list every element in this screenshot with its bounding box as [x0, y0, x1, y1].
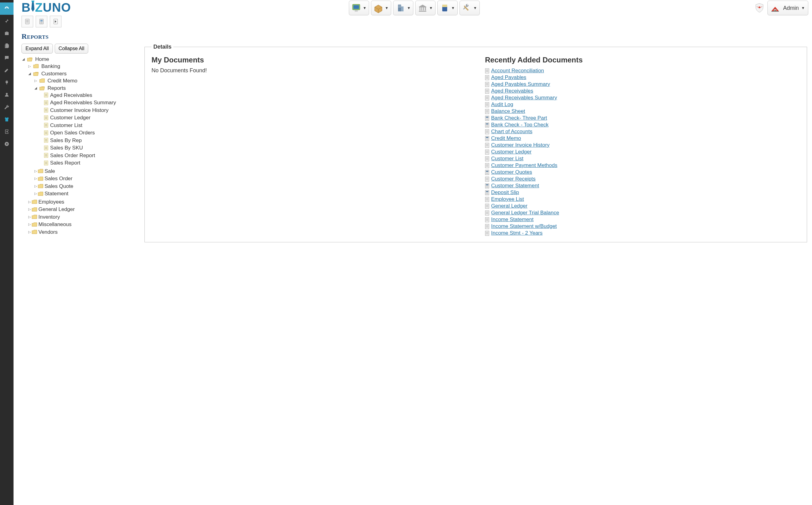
tree-node-sale[interactable]: ▷Sale	[34, 167, 145, 175]
recent-doc-link[interactable]: Customer Invoice History	[485, 142, 800, 149]
tree-node-inventory[interactable]: ▷Inventory	[28, 213, 145, 221]
recent-doc-link[interactable]: Customer Ledger	[485, 149, 800, 155]
svg-rect-109	[486, 137, 488, 138]
tree-node-customers[interactable]: ◢ Customers ▷ Credit Memo	[28, 70, 145, 198]
tree-toggle-icon[interactable]: ▷	[28, 230, 31, 234]
recent-doc-link[interactable]: Bank Check - Top Check	[485, 122, 800, 128]
expand-all-button[interactable]: Expand All	[21, 44, 53, 53]
rail-pencil-icon[interactable]	[0, 64, 14, 76]
admin-menu-button[interactable]: Admin ▼	[767, 1, 808, 15]
report-file-icon	[485, 177, 489, 182]
recent-doc-link[interactable]: Customer Payment Methods	[485, 162, 800, 169]
tree-leaf-aged-receivables[interactable]: Aged Receivables	[40, 91, 145, 99]
tree-node-sales-quote[interactable]: ▷Sales Quote	[34, 182, 145, 190]
tree-node-reports[interactable]: ◢ Reports Aged Receivables Aged Receivab…	[34, 84, 145, 167]
recent-doc-link[interactable]: Bank Check- Three Part	[485, 115, 800, 122]
tree-node-misc[interactable]: ▷Miscellaneous	[28, 220, 145, 228]
recent-doc-link[interactable]: Chart of Accounts	[485, 128, 800, 135]
rail-dashboard-icon[interactable]	[0, 2, 14, 15]
report-file-icon	[485, 68, 489, 73]
recent-doc-link[interactable]: Aged Receivables Summary	[485, 95, 800, 101]
tree-node-banking[interactable]: ▷ Banking	[28, 62, 145, 70]
recent-doc-label: General Ledger Trial Balance	[491, 210, 559, 216]
tree-toggle-icon[interactable]: ▷	[34, 79, 37, 83]
tree-leaf-sales-order-report[interactable]: Sales Order Report	[40, 152, 145, 159]
security-shield-icon[interactable]	[754, 2, 765, 14]
recent-doc-link[interactable]: Customer Statement	[485, 182, 800, 189]
recent-doc-label: Balance Sheet	[491, 108, 525, 115]
recent-doc-link[interactable]: General Ledger	[485, 203, 800, 209]
rail-play-icon[interactable]	[0, 138, 14, 150]
rail-export-icon[interactable]	[0, 126, 14, 138]
tree-leaf-customer-invoice-history[interactable]: Customer Invoice History	[40, 107, 145, 114]
rail-briefcase-icon[interactable]	[0, 27, 14, 39]
report-file-icon	[485, 109, 489, 114]
top-menu-box[interactable]: ▼	[371, 1, 391, 15]
toolbar-document-icon[interactable]	[21, 16, 33, 27]
recent-doc-link[interactable]: General Ledger Trial Balance	[485, 209, 800, 216]
tree-toggle-icon[interactable]: ◢	[28, 72, 31, 76]
rail-plug-icon[interactable]	[0, 76, 14, 89]
tree-toggle-icon[interactable]: ▷	[34, 192, 37, 196]
tree-node-employees[interactable]: ▷Employees	[28, 198, 145, 206]
tree-toggle-icon[interactable]: ▷	[28, 207, 31, 211]
recent-doc-link[interactable]: Income Stmt - 2 Years	[485, 230, 800, 236]
tree-node-statement[interactable]: ▷Statement	[34, 190, 145, 197]
no-documents-text: No Documents Found!	[152, 67, 467, 74]
tree-toggle-icon[interactable]: ▷	[28, 222, 31, 226]
recent-doc-link[interactable]: Employee List	[485, 196, 800, 203]
tree-leaf-customer-ledger[interactable]: Customer Ledger	[40, 114, 145, 122]
tree-toggle-icon[interactable]: ◢	[21, 57, 25, 61]
recent-doc-link[interactable]: Credit Memo	[485, 135, 800, 142]
tree-toggle-icon[interactable]: ▷	[28, 215, 31, 219]
tree-toggle-icon[interactable]: ▷	[28, 64, 31, 68]
admin-label: Admin	[783, 5, 799, 11]
folder-icon	[32, 207, 37, 212]
recent-doc-link[interactable]: Income Statement w/Budget	[485, 223, 800, 230]
tree-node-credit-memo[interactable]: ▷ Credit Memo	[34, 77, 145, 85]
rail-person-icon[interactable]	[0, 89, 14, 101]
recent-doc-link[interactable]: Account Reconciliation	[485, 67, 800, 74]
rail-copy-icon[interactable]	[0, 39, 14, 52]
toolbar-image-icon[interactable]	[36, 16, 47, 27]
tree-toggle-icon[interactable]: ▷	[34, 169, 37, 173]
recent-doc-link[interactable]: Customer List	[485, 155, 800, 162]
folder-icon	[39, 78, 45, 83]
top-menu-tools[interactable]: ▼	[460, 1, 480, 15]
rail-pin-icon[interactable]	[0, 15, 14, 27]
recent-doc-link[interactable]: Income Statement	[485, 216, 800, 223]
tree-toggle-icon[interactable]: ▷	[34, 177, 37, 181]
recent-doc-link[interactable]: Deposit Slip	[485, 189, 800, 196]
app-logo[interactable]: B ZUNO	[21, 1, 71, 14]
svg-rect-21	[425, 7, 426, 10]
tree-node-home[interactable]: ◢ Home ▷ Banking ◢	[21, 55, 145, 236]
toolbar-back-icon[interactable]	[50, 16, 61, 27]
recent-doc-link[interactable]: Balance Sheet	[485, 108, 800, 115]
top-menu-computer[interactable]: ▼	[349, 1, 369, 15]
tree-leaf-customer-list[interactable]: Customer List	[40, 122, 145, 129]
recent-doc-link[interactable]: Aged Payables Summary	[485, 81, 800, 88]
tree-leaf-sales-by-rep[interactable]: Sales By Rep	[40, 137, 145, 144]
tree-toggle-icon[interactable]: ▷	[34, 184, 37, 188]
tree-node-vendors[interactable]: ▷Vendors	[28, 228, 145, 236]
tree-toggle-icon[interactable]: ▷	[28, 200, 31, 204]
recent-doc-link[interactable]: Aged Payables	[485, 74, 800, 81]
tree-node-general-ledger[interactable]: ▷General Ledger	[28, 205, 145, 213]
top-menu-building[interactable]: ▼	[393, 1, 414, 15]
recent-doc-link[interactable]: Customer Quotes	[485, 169, 800, 176]
rail-wrench-icon[interactable]	[0, 101, 14, 113]
recent-doc-link[interactable]: Customer Receipts	[485, 176, 800, 182]
recent-doc-link[interactable]: Audit Log	[485, 101, 800, 108]
tree-leaf-aged-receivables-summary[interactable]: Aged Receivables Summary	[40, 99, 145, 107]
tree-leaf-sales-report[interactable]: Sales Report	[40, 159, 145, 167]
top-menu-eraser[interactable]: ▼	[437, 1, 458, 15]
tree-toggle-icon[interactable]: ◢	[34, 86, 37, 90]
rail-shirt-icon[interactable]	[0, 113, 14, 126]
recent-doc-link[interactable]: Aged Receivables	[485, 88, 800, 95]
tree-leaf-open-sales-orders[interactable]: Open Sales Orders	[40, 129, 145, 137]
top-menu-bank[interactable]: ▼	[415, 1, 436, 15]
tree-leaf-sales-by-sku[interactable]: Sales By SKU	[40, 144, 145, 152]
tree-node-sales-order[interactable]: ▷Sales Order	[34, 175, 145, 182]
collapse-all-button[interactable]: Collapse All	[55, 44, 88, 53]
rail-chat-icon[interactable]	[0, 52, 14, 64]
